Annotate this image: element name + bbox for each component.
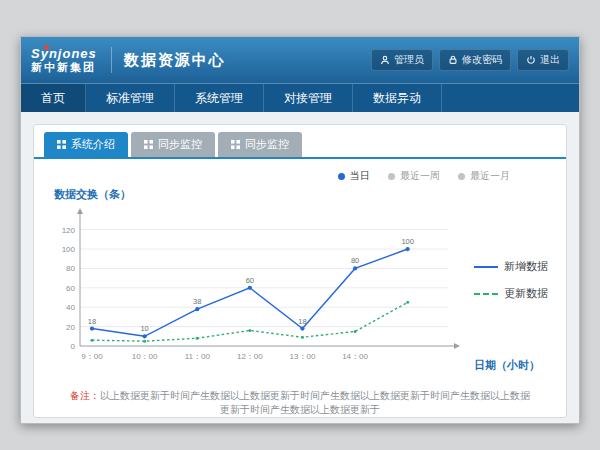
line-chart: 0204060801001209：0010：0011：0012：0013：001… <box>50 204 466 372</box>
nav-item-standard-mgmt[interactable]: 标准管理 <box>86 84 175 112</box>
y-axis-title: 数据交换（条） <box>54 187 550 202</box>
svg-text:9：00: 9：00 <box>81 352 103 361</box>
footnote: 备注：以上数据更新于时间产生数据以上数据更新于时间产生数据以上数据更新于时间产生… <box>50 373 550 417</box>
tabs-bar: 系统介绍 同步监控 同步监控 <box>34 125 566 159</box>
svg-text:60: 60 <box>246 276 254 285</box>
filter-last-month[interactable]: 最近一月 <box>458 169 510 183</box>
svg-text:60: 60 <box>66 284 75 293</box>
svg-text:0: 0 <box>71 342 76 351</box>
grid-icon <box>144 140 153 149</box>
nav-item-data-change[interactable]: 数据异动 <box>353 84 442 112</box>
svg-text:12：00: 12：00 <box>237 352 263 361</box>
nav-item-connect-mgmt[interactable]: 对接管理 <box>264 84 353 112</box>
page-title: 数据资源中心 <box>124 51 226 70</box>
svg-text:13：00: 13：00 <box>290 352 316 361</box>
svg-text:40: 40 <box>66 303 75 312</box>
legend-label: 新增数据 <box>504 259 548 274</box>
chart-row: 0204060801001209：0010：0011：0012：0013：001… <box>50 204 550 372</box>
chart-section: 当日 最近一周 最近一月 数据交换（条） 0204060801001209：00… <box>34 159 566 417</box>
tab-sync-monitor-1[interactable]: 同步监控 <box>131 132 215 157</box>
logo-subtext: 新中新集团 <box>31 61 97 73</box>
svg-text:10: 10 <box>140 324 148 333</box>
svg-text:38: 38 <box>193 297 201 306</box>
svg-text:20: 20 <box>66 323 75 332</box>
tab-sync-monitor-2[interactable]: 同步监控 <box>218 132 302 157</box>
filter-label: 最近一月 <box>470 169 510 183</box>
header-divider <box>111 47 112 73</box>
admin-user-button[interactable]: 管理员 <box>371 49 433 71</box>
legend-line-sample <box>474 293 498 295</box>
app-header: Synjones 新中新集团 数据资源中心 管理员 修改密码 <box>21 37 579 83</box>
logo-accent-dot <box>44 45 49 50</box>
change-password-label: 修改密码 <box>462 53 502 67</box>
filter-last-week[interactable]: 最近一周 <box>388 169 440 183</box>
svg-text:10：00: 10：00 <box>132 352 158 361</box>
tab-label: 同步监控 <box>245 137 289 152</box>
filter-label: 最近一周 <box>400 169 440 183</box>
main-nav: 首页 标准管理 系统管理 对接管理 数据异动 <box>21 83 579 112</box>
grid-icon <box>57 140 66 149</box>
svg-text:14：00: 14：00 <box>342 352 368 361</box>
admin-user-label: 管理员 <box>394 53 424 67</box>
series-legend-item[interactable]: 更新数据 <box>474 286 548 301</box>
tab-system-intro[interactable]: 系统介绍 <box>44 132 128 157</box>
svg-text:100: 100 <box>62 245 76 254</box>
tab-label: 系统介绍 <box>71 137 115 152</box>
nav-item-home[interactable]: 首页 <box>21 84 86 112</box>
footnote-text: 以上数据更新于时间产生数据以上数据更新于时间产生数据以上数据更新于时间产生数据以… <box>100 390 530 415</box>
footnote-label: 备注： <box>70 390 100 401</box>
logout-button[interactable]: 退出 <box>517 49 569 71</box>
series-legend: 新增数据更新数据 <box>466 259 550 301</box>
series-legend-item[interactable]: 新增数据 <box>474 259 548 274</box>
grid-icon <box>231 140 240 149</box>
logout-label: 退出 <box>540 53 560 67</box>
legend-label: 更新数据 <box>504 286 548 301</box>
svg-text:18: 18 <box>88 317 96 326</box>
svg-text:80: 80 <box>66 264 75 273</box>
time-filter-legend: 当日 最近一周 最近一月 <box>50 169 550 183</box>
main-card: 系统介绍 同步监控 同步监控 <box>33 124 567 418</box>
tab-label: 同步监控 <box>158 137 202 152</box>
power-icon <box>526 55 536 65</box>
content-area: 系统介绍 同步监控 同步监控 <box>21 112 579 430</box>
filter-dot-icon <box>338 173 345 180</box>
header-actions: 管理员 修改密码 退出 <box>371 49 569 71</box>
nav-item-system-mgmt[interactable]: 系统管理 <box>175 84 264 112</box>
svg-text:80: 80 <box>351 256 359 265</box>
change-password-button[interactable]: 修改密码 <box>439 49 511 71</box>
filter-label: 当日 <box>350 169 370 183</box>
svg-text:18: 18 <box>298 317 306 326</box>
filter-today[interactable]: 当日 <box>338 169 370 183</box>
svg-text:100: 100 <box>401 237 414 246</box>
logo-text: Synjones <box>31 47 97 61</box>
svg-text:11：00: 11：00 <box>185 352 211 361</box>
filter-dot-icon <box>458 173 465 180</box>
user-icon <box>380 55 390 65</box>
legend-line-sample <box>474 266 498 268</box>
lock-icon <box>448 55 458 65</box>
logo[interactable]: Synjones 新中新集团 <box>31 47 107 73</box>
filter-dot-icon <box>388 173 395 180</box>
svg-text:120: 120 <box>62 226 76 235</box>
page: Synjones 新中新集团 数据资源中心 管理员 修改密码 <box>20 36 580 424</box>
